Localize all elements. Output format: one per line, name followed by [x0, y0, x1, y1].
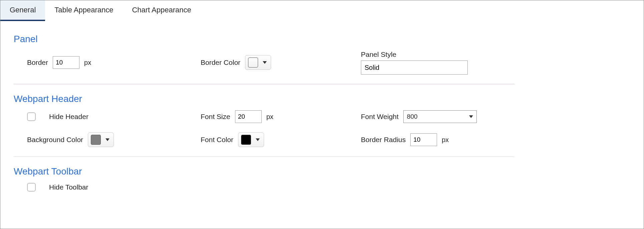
font-size-field: Font Size px [201, 110, 361, 123]
border-color-label: Border Color [201, 59, 240, 67]
font-weight-label: Font Weight [361, 113, 399, 121]
toolbar-row-1: Hide Toolbar [14, 183, 630, 192]
caret-down-icon [105, 138, 110, 141]
border-field: Border px [27, 56, 201, 69]
hide-toolbar-label: Hide Toolbar [49, 183, 88, 191]
font-size-label: Font Size [201, 113, 230, 121]
hide-toolbar-checkbox[interactable] [27, 183, 36, 192]
tab-chart-appearance[interactable]: Chart Appearance [123, 0, 200, 21]
border-radius-label: Border Radius [361, 136, 406, 144]
bg-color-picker[interactable] [88, 132, 114, 147]
font-color-swatch [241, 135, 251, 145]
panel-style-field: Panel Style [361, 50, 548, 75]
border-color-field: Border Color [201, 55, 361, 70]
section-title-panel: Panel [14, 34, 630, 44]
font-weight-select[interactable]: 800 [403, 110, 477, 123]
hide-header-checkbox[interactable] [27, 112, 36, 121]
caret-down-icon [256, 138, 260, 141]
header-row-1: Hide Header Font Size px Font Weight 800 [14, 110, 630, 123]
border-radius-input[interactable] [410, 133, 437, 146]
chevron-down-icon [469, 115, 473, 118]
bg-color-field: Background Color [27, 132, 201, 147]
font-weight-value: 800 [407, 113, 418, 120]
panel-style-label: Panel Style [361, 50, 396, 59]
hide-toolbar-field: Hide Toolbar [27, 183, 201, 192]
caret-down-icon [263, 61, 267, 64]
settings-window: General Table Appearance Chart Appearanc… [0, 0, 644, 229]
border-color-swatch [248, 58, 258, 68]
border-label: Border [27, 59, 48, 67]
hide-header-label: Hide Header [49, 113, 88, 121]
divider [14, 84, 514, 84]
font-color-field: Font Color [201, 132, 361, 147]
divider [14, 156, 514, 157]
panel-style-input[interactable] [361, 61, 468, 75]
border-unit: px [84, 59, 91, 67]
border-color-picker[interactable] [245, 55, 271, 70]
tab-content: Panel Border px Border Color Panel Style [0, 21, 644, 214]
font-weight-field: Font Weight 800 [361, 110, 548, 123]
bg-color-label: Background Color [27, 136, 83, 144]
tab-bar: General Table Appearance Chart Appearanc… [0, 0, 644, 21]
tab-table-appearance[interactable]: Table Appearance [45, 0, 123, 21]
font-size-unit: px [266, 113, 273, 121]
border-radius-field: Border Radius px [361, 133, 548, 146]
font-color-label: Font Color [201, 136, 233, 144]
font-size-input[interactable] [235, 110, 262, 123]
section-title-header: Webpart Header [14, 94, 630, 104]
border-input[interactable] [53, 56, 79, 69]
border-radius-unit: px [442, 136, 449, 144]
panel-row: Border px Border Color Panel Style [14, 50, 630, 75]
header-row-2: Background Color Font Color Border Radiu… [14, 132, 630, 147]
font-color-picker[interactable] [238, 132, 264, 147]
bg-color-swatch [91, 135, 101, 145]
section-title-toolbar: Webpart Toolbar [14, 166, 630, 177]
tab-general[interactable]: General [0, 0, 45, 21]
hide-header-field: Hide Header [27, 112, 201, 121]
